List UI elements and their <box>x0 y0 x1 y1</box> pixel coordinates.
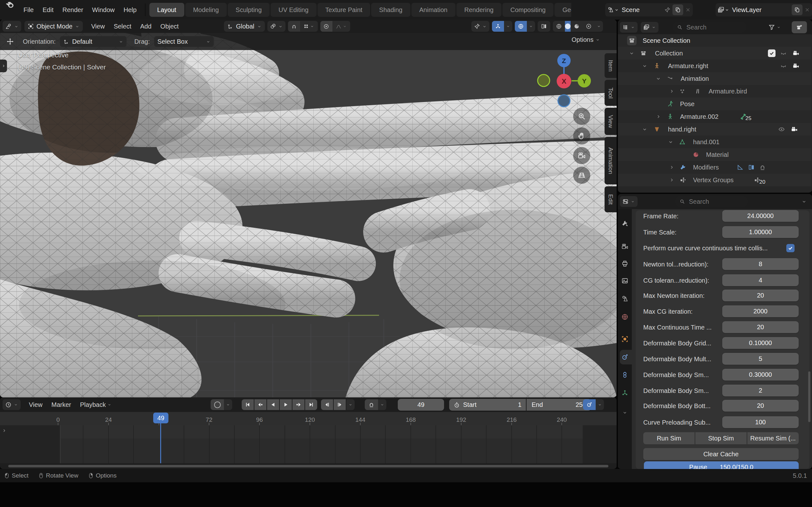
property-value-field[interactable]: 2000 <box>722 305 799 317</box>
remove-view-layer-icon[interactable] <box>804 7 810 13</box>
timeline-tracks[interactable] <box>0 425 617 463</box>
property-value-field[interactable]: 4 <box>722 274 799 286</box>
shading-rendered-button[interactable] <box>583 21 595 32</box>
menu-help[interactable]: Help <box>119 6 141 14</box>
tool-options-dropdown[interactable]: Options <box>571 36 600 43</box>
next-keyframe-button[interactable] <box>293 399 305 410</box>
sidebar-tab-edit[interactable]: Edit <box>605 186 617 212</box>
timeline-menu-marker[interactable]: Marker <box>47 401 75 408</box>
workspace-tab-uv-editing[interactable]: UV Editing <box>270 3 316 17</box>
shading-wireframe-button[interactable] <box>553 21 565 32</box>
timeline-menu-view[interactable]: View <box>24 401 47 408</box>
run-sim-button[interactable]: Run Sim <box>643 432 695 444</box>
scene-icon[interactable] <box>607 6 619 13</box>
outliner-row-collection[interactable]: Collection <box>618 47 811 60</box>
view-layer-name[interactable]: ViewLayer <box>729 6 792 14</box>
view-layer-icon[interactable] <box>717 6 729 13</box>
hide-viewport-icon[interactable] <box>780 62 787 69</box>
new-scene-button[interactable] <box>672 4 683 15</box>
new-collection-button[interactable] <box>792 21 807 33</box>
viewport-menu-object[interactable]: Object <box>156 23 183 30</box>
new-view-layer-button[interactable] <box>792 4 803 15</box>
workspace-tab-layout[interactable]: Layout <box>149 3 184 17</box>
outliner-row-hand-right[interactable]: hand.right <box>618 123 811 135</box>
shading-solid-button[interactable] <box>565 21 571 32</box>
drag-mode-dropdown[interactable]: Select Box <box>154 36 214 47</box>
viewport-scene[interactable] <box>0 20 617 397</box>
property-value-field[interactable]: 0.30000 <box>722 369 799 381</box>
chevron-right-icon[interactable] <box>669 89 675 95</box>
overlays-dropdown[interactable] <box>527 21 535 32</box>
navigation-gizmo[interactable]: X Z Y <box>534 50 598 110</box>
workspace-tab-geometry-nodes[interactable]: Geometry Nodes <box>554 3 571 17</box>
property-value-field[interactable]: 20 <box>722 321 799 333</box>
chevron-down-icon[interactable] <box>629 50 635 56</box>
workspace-tab-compositing[interactable]: Compositing <box>502 3 554 17</box>
sidebar-tab-view[interactable]: View <box>605 108 617 135</box>
disable-render-icon[interactable] <box>792 50 800 57</box>
transform-orientation-dropdown[interactable]: Global <box>224 21 265 32</box>
menu-file[interactable]: File <box>19 6 38 14</box>
continuous-collision-checkbox[interactable] <box>786 244 795 252</box>
properties-scrollbar[interactable] <box>808 372 810 422</box>
chevron-down-icon[interactable] <box>655 76 661 82</box>
pan-button[interactable] <box>573 127 590 145</box>
chevron-down-icon[interactable] <box>668 139 674 145</box>
editor-type-button[interactable] <box>3 21 21 32</box>
chevron-right-icon[interactable] <box>669 177 675 183</box>
property-value-field[interactable]: 20 <box>722 290 799 301</box>
properties-search[interactable] <box>675 196 748 207</box>
outliner-row-armature-002[interactable]: Armature.002 25 <box>618 110 811 123</box>
hide-viewport-icon[interactable] <box>778 126 785 133</box>
playhead-line[interactable] <box>160 422 161 463</box>
play-button[interactable] <box>280 399 292 410</box>
outliner-display-mode-button[interactable] <box>641 22 658 33</box>
camera-view-button[interactable] <box>573 147 590 164</box>
outliner-row-armature-bird[interactable]: Armature.bird <box>618 85 811 98</box>
timeline-menu-playback[interactable]: Playback <box>75 401 116 408</box>
hide-viewport-icon[interactable] <box>780 50 787 57</box>
snap-toggle-button[interactable] <box>288 21 300 32</box>
move-tool-icon[interactable] <box>3 36 17 47</box>
property-value-field[interactable]: 20 <box>722 400 799 412</box>
workspace-tab-animation[interactable]: Animation <box>411 3 455 17</box>
viewport-3d[interactable]: Object Mode View Select Add Object Globa… <box>0 20 617 397</box>
jump-to-start-button[interactable] <box>242 399 254 410</box>
viewport-menu-add[interactable]: Add <box>136 23 156 30</box>
outliner-row-hand-001[interactable]: hand.001 <box>618 135 811 148</box>
channel-expand-icon[interactable] <box>1 428 7 434</box>
keying-dropdown[interactable] <box>378 399 386 410</box>
workspace-tab-texture-paint[interactable]: Texture Paint <box>317 3 370 17</box>
timeline-gizmo-button[interactable] <box>583 399 596 410</box>
outliner-row-vertex-groups[interactable]: Vertex Groups 20 <box>618 174 811 186</box>
chevron-down-icon[interactable] <box>642 126 648 132</box>
step-back-button[interactable] <box>321 399 333 410</box>
timeline-editor-type-button[interactable] <box>3 399 20 410</box>
menu-edit[interactable]: Edit <box>38 6 58 14</box>
proportional-falloff-dropdown[interactable] <box>333 21 350 32</box>
pin-icon[interactable] <box>664 7 670 13</box>
gizmo-dropdown[interactable] <box>504 21 512 32</box>
workspace-tab-sculpting[interactable]: Sculpting <box>228 3 270 17</box>
previous-keyframe-button[interactable] <box>254 399 266 410</box>
property-value-field[interactable]: 5 <box>722 353 799 365</box>
menu-window[interactable]: Window <box>88 6 119 14</box>
blender-logo-icon[interactable] <box>5 0 14 10</box>
outliner-editor-type-button[interactable] <box>620 22 638 33</box>
workspace-tab-shading[interactable]: Shading <box>371 3 410 17</box>
orientation-default-dropdown[interactable]: Default <box>60 36 126 47</box>
outliner-search[interactable] <box>672 21 747 33</box>
sidebar-tab-animation[interactable]: Animation <box>605 137 617 184</box>
snap-to-dropdown[interactable] <box>300 21 318 32</box>
properties-editor-type-button[interactable] <box>620 196 638 207</box>
property-value-field[interactable]: 1.00000 <box>722 226 799 238</box>
viewport-menu-select[interactable]: Select <box>109 23 136 30</box>
start-frame-field[interactable]: Start 1 <box>449 399 526 411</box>
outliner-search-input[interactable] <box>686 23 742 32</box>
auto-keying-dropdown[interactable] <box>224 399 232 410</box>
disable-render-icon[interactable] <box>791 126 798 133</box>
chevron-down-icon[interactable] <box>642 63 648 69</box>
xray-toggle-button[interactable] <box>538 21 550 32</box>
chevron-right-icon[interactable] <box>669 164 675 170</box>
proportional-edit-button[interactable] <box>320 21 333 32</box>
